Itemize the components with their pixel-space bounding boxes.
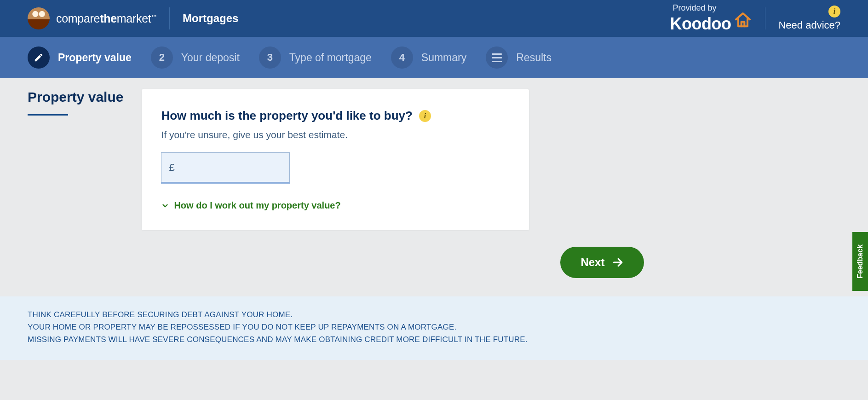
- disclaimer: THINK CAREFULLY BEFORE SECURING DEBT AGA…: [0, 296, 868, 360]
- koodoo-logo: Koodoo: [670, 11, 753, 34]
- house-icon: [734, 11, 752, 34]
- disclaimer-line: YOUR HOME OR PROPERTY MAY BE REPOSSESSED…: [28, 321, 840, 333]
- step-property-value[interactable]: Property value: [28, 46, 132, 69]
- koodoo-text: Koodoo: [670, 14, 731, 34]
- question-subtext: If you're unsure, give us your best esti…: [161, 129, 510, 140]
- disclaimer-line: THINK CAREFULLY BEFORE SECURING DEBT AGA…: [28, 308, 840, 321]
- disclaimer-line: MISSING PAYMENTS WILL HAVE SEVERE CONSEQ…: [28, 333, 840, 346]
- step-label: Your deposit: [181, 52, 240, 64]
- step-label: Summary: [421, 52, 466, 64]
- help-expand-link[interactable]: How do I work out my property value?: [161, 200, 510, 211]
- next-button[interactable]: Next: [560, 247, 644, 278]
- page-title-block: Property value: [28, 89, 123, 278]
- step-your-deposit[interactable]: 2 Your deposit: [151, 46, 240, 69]
- provided-by-block: Provided by Koodoo: [670, 3, 753, 34]
- step-number: 2: [151, 46, 173, 69]
- property-value-input-wrap[interactable]: £: [161, 152, 290, 184]
- brand-text: comparethemarket™: [56, 12, 156, 25]
- main-content: Property value How much is the property …: [0, 78, 868, 296]
- help-link-text: How do I work out my property value?: [174, 200, 340, 211]
- feedback-tab[interactable]: Feedback: [852, 232, 868, 291]
- pencil-icon: [28, 46, 50, 69]
- brand-market: market: [117, 12, 151, 25]
- need-advice-link[interactable]: i Need advice?: [778, 6, 840, 31]
- divider: [765, 7, 765, 29]
- step-summary[interactable]: 4 Summary: [391, 46, 466, 69]
- list-icon: [492, 53, 502, 62]
- brand-logo[interactable]: comparethemarket™: [28, 7, 156, 29]
- title-underline: [28, 114, 68, 116]
- step-results[interactable]: Results: [486, 46, 552, 69]
- step-type-of-mortgage[interactable]: 3 Type of mortgage: [259, 46, 372, 69]
- need-advice-label: Need advice?: [778, 19, 840, 31]
- arrow-right-icon: [612, 256, 624, 268]
- question-text: How much is the property you'd like to b…: [161, 109, 412, 123]
- info-icon: i: [828, 6, 840, 17]
- step-number: 4: [391, 46, 413, 69]
- header-right: Provided by Koodoo i Need advice?: [670, 3, 841, 34]
- step-label: Property value: [58, 52, 132, 64]
- results-icon: [486, 46, 508, 69]
- next-button-label: Next: [581, 256, 604, 269]
- meerkat-avatar-icon: [28, 7, 50, 29]
- currency-symbol: £: [169, 162, 174, 174]
- step-number: 3: [259, 46, 281, 69]
- feedback-label: Feedback: [856, 244, 864, 278]
- brand-tm: ™: [151, 13, 156, 19]
- info-icon[interactable]: i: [419, 110, 431, 122]
- brand-the: the: [100, 12, 117, 25]
- stepper: Property value 2 Your deposit 3 Type of …: [0, 37, 868, 78]
- question-card: How much is the property you'd like to b…: [142, 89, 529, 230]
- next-button-row: Next: [142, 247, 644, 278]
- header-section-title: Mortgages: [183, 12, 238, 25]
- page-title: Property value: [28, 89, 123, 105]
- step-label: Type of mortgage: [289, 52, 372, 64]
- divider: [169, 7, 170, 29]
- header: comparethemarket™ Mortgages Provided by …: [0, 0, 868, 37]
- property-value-input[interactable]: [179, 162, 282, 174]
- brand-compare: compare: [56, 12, 100, 25]
- step-label: Results: [516, 52, 552, 64]
- chevron-down-icon: [161, 202, 169, 210]
